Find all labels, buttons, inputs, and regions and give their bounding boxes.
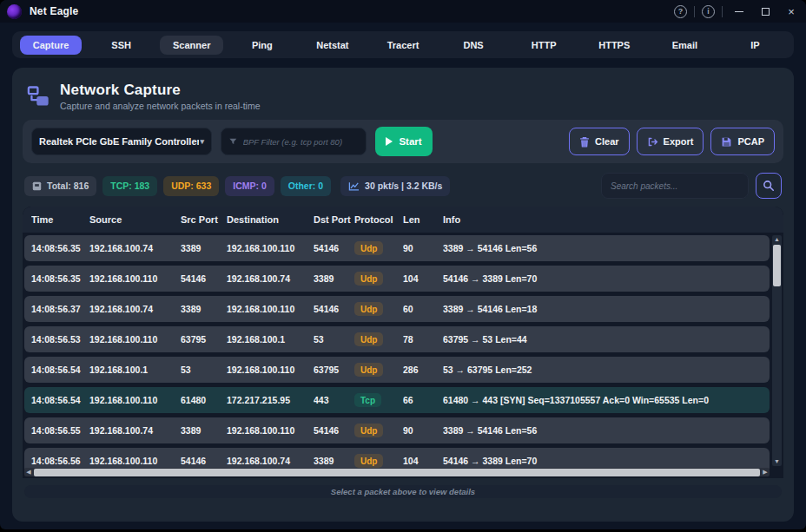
search-input[interactable] xyxy=(601,173,749,199)
cell-dst_port: 54146 xyxy=(314,304,352,314)
scroll-down-icon[interactable]: ▼ xyxy=(772,457,782,466)
network-capture-panel: Network Capture Capture and analyze netw… xyxy=(12,68,794,522)
cell-time: 14:08:56.56 xyxy=(31,456,82,466)
cell-destination: 192.168.100.110 xyxy=(227,304,314,314)
detail-hint-bar: Select a packet above to view details xyxy=(24,485,782,498)
cell-protocol: Udp xyxy=(354,424,403,437)
column-header-info: Info xyxy=(443,214,775,225)
tab-ssh[interactable]: SSH xyxy=(98,36,144,55)
scroll-right-icon[interactable]: ▶ xyxy=(761,468,770,476)
tab-scanner[interactable]: Scanner xyxy=(160,36,223,55)
cell-info: 3389 → 54146 Len=56 xyxy=(443,243,763,253)
cell-len: 90 xyxy=(403,243,443,253)
stats-row: Total: 816 TCP: 183 UDP: 633 ICMP: 0 Oth… xyxy=(24,173,782,199)
table-row[interactable]: 14:08:56.35192.168.100.11054146192.168.1… xyxy=(24,266,770,292)
start-capture-button[interactable]: Start xyxy=(375,127,433,156)
help-icon[interactable]: ? xyxy=(674,5,687,18)
tab-https[interactable]: HTTPS xyxy=(585,36,643,55)
cell-src_port: 63795 xyxy=(181,334,227,345)
tab-bar: CaptureSSHScannerPingNetstatTracertDNSHT… xyxy=(12,31,794,58)
cell-info: 54146 → 3389 Len=70 xyxy=(443,456,763,466)
titlebar: Net Eagle ? i × xyxy=(0,0,806,23)
cell-len: 60 xyxy=(403,304,443,314)
protocol-badge: Udp xyxy=(354,241,383,255)
cell-time: 14:08:56.35 xyxy=(31,243,82,253)
packet-table: TimeSourceSrc PortDestinationDst PortPro… xyxy=(23,207,783,478)
cell-len: 78 xyxy=(403,334,443,345)
cell-protocol: Udp xyxy=(354,454,403,468)
minimize-icon xyxy=(735,11,743,12)
app-logo-icon xyxy=(7,4,22,19)
tab-dns[interactable]: DNS xyxy=(450,36,496,55)
table-row[interactable]: 14:08:56.56192.168.100.11054146192.168.1… xyxy=(24,448,770,469)
cell-source: 192.168.100.74 xyxy=(89,425,181,436)
maximize-icon xyxy=(762,8,770,16)
tab-http[interactable]: HTTP xyxy=(519,36,570,55)
cell-destination: 192.168.100.74 xyxy=(227,456,314,466)
table-row[interactable]: 14:08:56.53192.168.100.11063795192.168.1… xyxy=(24,326,770,352)
horizontal-scrollbar[interactable]: ◀ ▶ xyxy=(24,468,770,476)
close-button[interactable]: × xyxy=(782,3,801,19)
clear-button[interactable]: Clear xyxy=(569,128,630,155)
table-row[interactable]: 14:08:56.55192.168.100.743389192.168.100… xyxy=(24,417,770,443)
cell-info: 63795 → 53 Len=44 xyxy=(443,334,763,345)
cell-destination: 192.168.100.110 xyxy=(227,425,314,436)
vertical-scrollbar[interactable]: ▲ ▼ xyxy=(772,235,782,466)
cell-src_port: 3389 xyxy=(181,304,227,314)
packets-icon xyxy=(32,181,42,191)
bpf-filter-input[interactable] xyxy=(243,137,359,147)
tab-capture[interactable]: Capture xyxy=(20,36,83,55)
cell-protocol: Udp xyxy=(354,363,403,377)
cell-time: 14:08:56.55 xyxy=(31,425,82,436)
tab-ping[interactable]: Ping xyxy=(239,36,286,55)
protocol-badge: Udp xyxy=(354,302,383,316)
cell-len: 286 xyxy=(403,365,443,375)
table-row[interactable]: 14:08:56.37192.168.100.743389192.168.100… xyxy=(24,296,770,322)
column-header-len: Len xyxy=(403,214,443,225)
cell-protocol: Udp xyxy=(354,302,403,316)
trash-icon xyxy=(579,136,590,148)
protocol-badge: Udp xyxy=(354,424,383,437)
adapter-select[interactable]: Realtek PCIe GbE Family Controller▾ xyxy=(31,128,212,155)
pcap-button[interactable]: PCAP xyxy=(710,128,775,155)
scroll-up-icon[interactable]: ▲ xyxy=(772,235,782,244)
cell-len: 66 xyxy=(403,395,443,405)
cell-src_port: 53 xyxy=(181,365,227,375)
column-header-source: Source xyxy=(89,214,181,225)
cell-destination: 172.217.215.95 xyxy=(227,395,314,405)
minimize-button[interactable] xyxy=(730,3,749,19)
tab-ip[interactable]: IP xyxy=(737,36,772,55)
cell-source: 192.168.100.110 xyxy=(89,456,181,466)
table-row[interactable]: 14:08:56.54192.168.100.153192.168.100.11… xyxy=(24,357,770,383)
app-title: Net Eagle xyxy=(30,5,79,17)
tab-netstat[interactable]: Netstat xyxy=(303,36,361,55)
tab-tracert[interactable]: Tracert xyxy=(374,36,433,55)
cell-src_port: 54146 xyxy=(181,456,227,466)
vertical-scrollbar-thumb[interactable] xyxy=(773,245,781,286)
cell-protocol: Udp xyxy=(354,272,403,286)
export-button[interactable]: Export xyxy=(637,128,704,155)
horizontal-scrollbar-thumb[interactable] xyxy=(34,469,760,476)
stat-total-badge: Total: 816 xyxy=(24,176,96,196)
cell-time: 14:08:56.53 xyxy=(31,334,82,345)
search-button[interactable] xyxy=(756,173,782,199)
cell-dst_port: 3389 xyxy=(314,273,352,284)
protocol-badge: Tcp xyxy=(354,393,381,407)
capture-controls: Realtek PCIe GbE Family Controller▾ Star… xyxy=(23,120,783,163)
table-row[interactable]: 14:08:56.54192.168.100.11061480172.217.2… xyxy=(24,387,770,413)
tab-email[interactable]: Email xyxy=(659,36,710,55)
maximize-button[interactable] xyxy=(756,3,775,19)
table-row[interactable]: 14:08:56.35192.168.100.743389192.168.100… xyxy=(24,235,770,261)
scroll-left-icon[interactable]: ◀ xyxy=(24,468,33,476)
close-icon: × xyxy=(788,6,795,17)
cell-info: 3389 → 54146 Len=56 xyxy=(443,425,763,436)
cell-source: 192.168.100.110 xyxy=(89,395,181,405)
column-header-time: Time xyxy=(31,214,82,225)
cell-protocol: Udp xyxy=(354,241,403,255)
stat-other-badge: Other: 0 xyxy=(281,176,331,196)
info-icon[interactable]: i xyxy=(702,5,715,18)
cell-dst_port: 443 xyxy=(314,395,352,405)
table-body: 14:08:56.35192.168.100.743389192.168.100… xyxy=(23,233,783,469)
page-subtitle: Capture and analyze network packets in r… xyxy=(60,101,261,111)
bpf-filter-field xyxy=(221,128,367,155)
